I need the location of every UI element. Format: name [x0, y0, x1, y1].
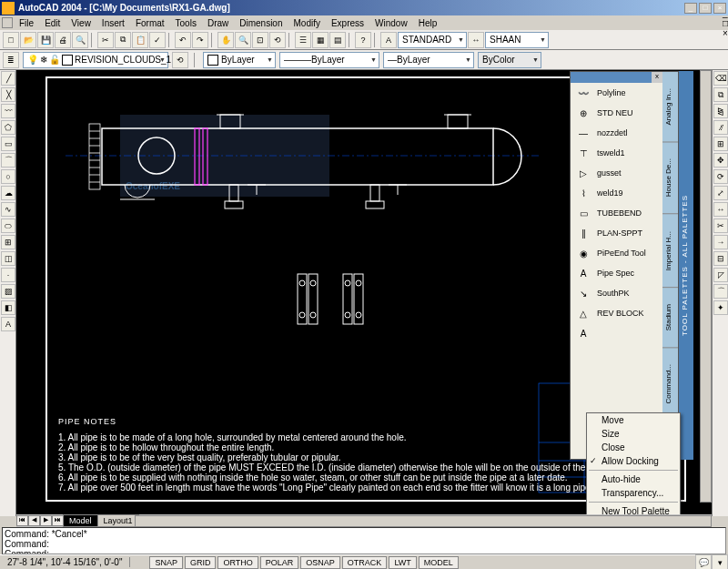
- minimize-button[interactable]: _: [684, 3, 697, 14]
- menu-view[interactable]: View: [66, 17, 96, 29]
- context-menu-item[interactable]: Size: [587, 427, 680, 441]
- palette-item[interactable]: ⊤tsweld1: [571, 143, 662, 163]
- palette-item[interactable]: ⊕STD NEU: [571, 103, 662, 123]
- tab-first-icon[interactable]: ⏮: [16, 515, 28, 526]
- block-icon[interactable]: ◫: [1, 251, 15, 266]
- pan-icon[interactable]: ✋: [217, 32, 234, 48]
- layer-select[interactable]: 💡 ❄ 🔓 REVISION_CLOUDS_1: [23, 52, 168, 68]
- context-menu-item[interactable]: Allow Docking: [587, 454, 680, 468]
- menu-insert[interactable]: Insert: [97, 17, 129, 29]
- palette-tab[interactable]: House De...: [662, 142, 678, 214]
- palette-close-icon[interactable]: x: [652, 72, 662, 83]
- model-tab[interactable]: Model: [63, 514, 98, 527]
- help-icon[interactable]: ?: [355, 32, 371, 48]
- context-menu-item[interactable]: Transparency...: [587, 486, 680, 500]
- vertical-scrollbar[interactable]: [700, 70, 712, 503]
- status-toggle-grid[interactable]: GRID: [185, 556, 217, 569]
- arc-icon[interactable]: ⌒: [1, 153, 15, 168]
- palette-tab[interactable]: Stadium: [662, 288, 678, 348]
- array-icon[interactable]: ⊞: [713, 137, 728, 151]
- point-icon[interactable]: ·: [1, 268, 15, 282]
- context-menu-item[interactable]: Auto-hide: [587, 472, 680, 486]
- zoom-prev-icon[interactable]: ⟲: [269, 32, 286, 48]
- new-icon[interactable]: □: [3, 32, 19, 48]
- preview-icon[interactable]: 🔍: [72, 32, 88, 48]
- copy-icon[interactable]: ⧉: [115, 32, 131, 48]
- menu-format[interactable]: Format: [131, 17, 169, 29]
- ellipse-icon[interactable]: ⬭: [1, 218, 15, 233]
- layer-prev-icon[interactable]: ⟲: [172, 52, 188, 68]
- zoom-icon[interactable]: 🔍: [235, 32, 251, 48]
- zoom-window-icon[interactable]: ⊡: [252, 32, 268, 48]
- layer-mgr-icon[interactable]: ≣: [3, 52, 19, 68]
- status-toggle-snap[interactable]: SNAP: [149, 556, 183, 569]
- status-toggle-lwt[interactable]: LWT: [389, 556, 416, 569]
- palette-tab[interactable]: Imperial H...: [662, 215, 678, 288]
- linetype-select[interactable]: ——— ByLayer: [279, 52, 379, 68]
- context-menu-item[interactable]: Move: [587, 413, 680, 427]
- menu-dimension[interactable]: Dimension: [235, 17, 287, 29]
- undo-icon[interactable]: ↶: [175, 32, 191, 48]
- palette-item[interactable]: ▭TUBEBEND: [571, 203, 662, 223]
- trim-icon[interactable]: ✂: [713, 218, 728, 233]
- palette-item[interactable]: APipe Spec: [571, 263, 662, 283]
- lineweight-select[interactable]: — ByLayer: [383, 52, 474, 68]
- text-icon[interactable]: A: [1, 317, 15, 331]
- rotate-icon[interactable]: ⟳: [713, 169, 728, 184]
- pline-icon[interactable]: 〰: [1, 104, 15, 118]
- palette-title-bar[interactable]: TOOL PALETTES - ALL PALETTES: [679, 71, 693, 460]
- status-toggle-otrack[interactable]: OTRACK: [342, 556, 388, 569]
- textstyle-a-icon[interactable]: A: [380, 32, 397, 48]
- palette-item[interactable]: ↘SouthPK: [571, 283, 662, 303]
- print-icon[interactable]: 🖨: [55, 32, 71, 48]
- rect-icon[interactable]: ▭: [1, 137, 15, 151]
- scale-icon[interactable]: ⤢: [713, 186, 728, 200]
- tool-palettes-panel[interactable]: x 〰️Polyline⊕STD NEU—nozzdetl⊤tsweld1▷gu…: [570, 71, 679, 460]
- status-toggle-ortho[interactable]: ORTHO: [217, 556, 258, 569]
- cut-icon[interactable]: ✂: [97, 32, 114, 48]
- palette-item[interactable]: A: [571, 323, 662, 343]
- horizontal-scrollbar[interactable]: [135, 515, 712, 527]
- dimstyle-select[interactable]: SHAAN: [485, 32, 549, 48]
- textstyle-select[interactable]: STANDARD: [398, 32, 467, 48]
- save-icon[interactable]: 💾: [37, 32, 54, 48]
- tab-prev-icon[interactable]: ◀: [28, 515, 40, 526]
- status-toggle-osnap[interactable]: OSNAP: [300, 556, 340, 569]
- region-icon[interactable]: ◧: [1, 300, 15, 315]
- palette-item[interactable]: ◉PiPeEnd Tool: [571, 243, 662, 263]
- offset-icon[interactable]: ⫽: [713, 120, 728, 135]
- extend-icon[interactable]: →: [713, 235, 728, 249]
- erase-icon[interactable]: ⌫: [713, 71, 728, 86]
- plotstyle-select[interactable]: ByColor: [478, 52, 541, 68]
- tab-next-icon[interactable]: ▶: [40, 515, 52, 526]
- xline-icon[interactable]: ╳: [1, 87, 15, 102]
- palette-item[interactable]: —nozzdetl: [571, 123, 662, 143]
- polygon-icon[interactable]: ⬠: [1, 120, 15, 135]
- open-icon[interactable]: 📂: [20, 32, 36, 48]
- doc-close-button[interactable]: ×: [723, 28, 728, 38]
- move-icon[interactable]: ✥: [713, 153, 728, 168]
- doc-minimize-button[interactable]: _: [723, 8, 728, 18]
- palette-item[interactable]: ‖PLAN-SPPT: [571, 223, 662, 243]
- spline-icon[interactable]: ∿: [1, 202, 15, 217]
- command-window[interactable]: Command: *Cancel* Command: Command:: [2, 527, 726, 554]
- circle-icon[interactable]: ○: [1, 169, 15, 184]
- stretch-icon[interactable]: ↔: [713, 202, 728, 217]
- menu-edit[interactable]: Edit: [40, 17, 65, 29]
- fillet-icon[interactable]: ⌒: [713, 284, 728, 299]
- palette-item[interactable]: 〰️Polyline: [571, 83, 662, 103]
- redo-icon[interactable]: ↷: [192, 32, 208, 48]
- context-menu-item[interactable]: New Tool Palette: [587, 504, 680, 514]
- drawing-area[interactable]: OceanofEXE: [16, 70, 712, 514]
- menu-file[interactable]: File: [15, 17, 38, 29]
- context-menu-item[interactable]: Close: [587, 441, 680, 454]
- menu-modify[interactable]: Modify: [289, 17, 325, 29]
- layout1-tab[interactable]: Layout1: [97, 514, 139, 527]
- toolpal-icon[interactable]: ▤: [329, 32, 346, 48]
- dimstyle-icon[interactable]: ↔: [468, 32, 484, 48]
- menu-draw[interactable]: Draw: [203, 17, 233, 29]
- insert-icon[interactable]: ⊞: [1, 235, 15, 249]
- revcloud-icon[interactable]: ☁: [1, 186, 15, 200]
- hatch-icon[interactable]: ▨: [1, 284, 15, 299]
- match-icon[interactable]: ✓: [149, 32, 166, 48]
